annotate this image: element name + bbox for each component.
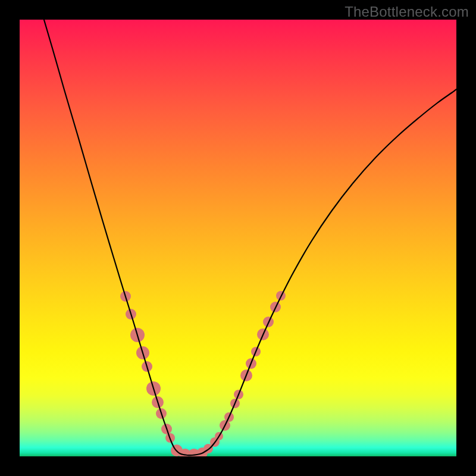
chart-frame: TheBottleneck.com bbox=[0, 0, 476, 476]
data-dots bbox=[120, 291, 286, 456]
plot-area bbox=[20, 20, 456, 456]
curve-right-branch bbox=[187, 89, 456, 455]
curve-left-branch bbox=[42, 20, 187, 455]
watermark-text: TheBottleneck.com bbox=[345, 4, 469, 20]
curve-svg bbox=[20, 20, 456, 456]
